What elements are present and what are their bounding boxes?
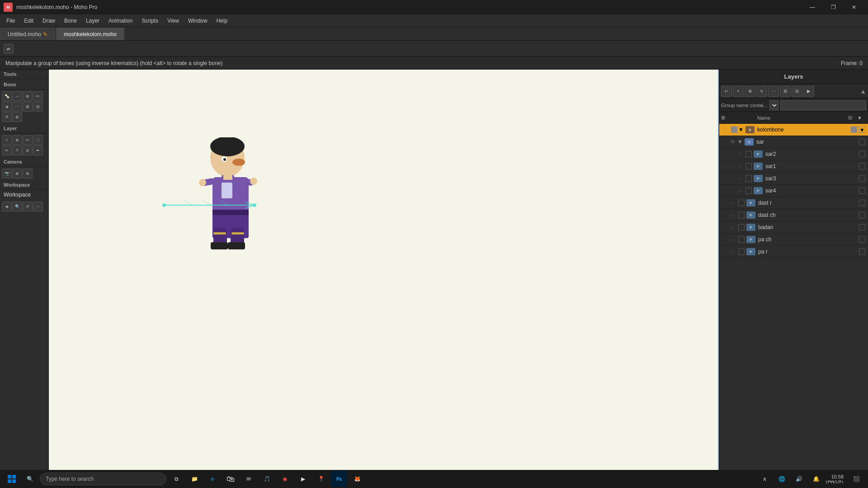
layer-row-dast-r[interactable]: ○ P dast r bbox=[719, 197, 868, 209]
layers-tool-5[interactable]: ⋯ bbox=[768, 86, 779, 97]
layer-check-sar4[interactable] bbox=[859, 188, 865, 194]
bone-tool-7[interactable]: ⊞ bbox=[23, 102, 33, 112]
bone-tool-6[interactable]: ⋯ bbox=[12, 102, 22, 112]
layers-tool-6[interactable]: ⊞ bbox=[780, 86, 791, 97]
menu-help[interactable]: Help bbox=[212, 16, 232, 26]
mail-btn[interactable]: ✉ bbox=[241, 471, 257, 487]
layers-tool-4[interactable]: ≡ bbox=[756, 86, 767, 97]
layer-tool-3[interactable]: ↩ bbox=[23, 135, 33, 145]
bone-tool-5[interactable]: ◈ bbox=[2, 102, 12, 112]
layer-tool-2[interactable]: ⊕ bbox=[12, 135, 22, 145]
canvas-area[interactable] bbox=[49, 70, 719, 488]
edge-btn[interactable]: e bbox=[204, 471, 221, 487]
layer-check-sar3[interactable] bbox=[859, 175, 865, 182]
taskbar-search-icon[interactable]: 🔍 bbox=[22, 471, 38, 487]
maximize-button[interactable]: ❐ bbox=[823, 0, 844, 14]
layers-tool-2[interactable]: + bbox=[733, 86, 744, 97]
ws-tool-1[interactable]: ◈ bbox=[2, 202, 12, 211]
ws-tool-3[interactable]: ↺ bbox=[23, 202, 33, 211]
layer-tool-4[interactable]: □ bbox=[33, 135, 43, 145]
volume-icon[interactable]: 🔊 bbox=[791, 471, 807, 487]
tray-chevron[interactable]: ∧ bbox=[756, 471, 773, 487]
layer-check-badan[interactable] bbox=[859, 224, 865, 230]
layer-eye-sar[interactable]: 👁 bbox=[728, 137, 737, 146]
layer-check-dast-ch[interactable] bbox=[859, 212, 865, 218]
layer-check-pa-ch[interactable] bbox=[859, 236, 865, 243]
layer-eye-pa-r[interactable]: ○ bbox=[728, 247, 737, 256]
layer-tool-6[interactable]: T bbox=[12, 145, 22, 155]
menu-scripts[interactable]: Scripts bbox=[137, 16, 163, 26]
layers-collapse-btn[interactable]: ▲ bbox=[860, 88, 866, 95]
layer-check-kolombone[interactable] bbox=[851, 127, 857, 133]
layers-search-input[interactable] bbox=[780, 100, 866, 110]
tab-moshkelekolom[interactable]: moshkelekolom.moho bbox=[56, 28, 124, 40]
bone-tool-10[interactable]: ⊗ bbox=[12, 112, 22, 122]
app7-btn[interactable]: 🎵 bbox=[259, 471, 275, 487]
layer-eye-dast-ch[interactable]: ○ bbox=[728, 211, 737, 220]
network-icon[interactable]: 🌐 bbox=[774, 471, 790, 487]
bone-tool-4[interactable]: ✂ bbox=[33, 91, 43, 101]
camera-tool-1[interactable]: 📷 bbox=[2, 169, 12, 178]
layer-eye-kolombone[interactable]: 👁 bbox=[721, 125, 730, 134]
layer-expand-kolombone[interactable]: ▼ bbox=[738, 127, 745, 133]
layer-row-kolombone[interactable]: 👁 ▼ B kolombone ▼ bbox=[719, 124, 868, 136]
layer-options-kolombone[interactable]: ▼ bbox=[859, 127, 865, 133]
ws-tool-2[interactable]: 🔍 bbox=[12, 202, 22, 211]
maps-btn[interactable]: 📍 bbox=[313, 471, 329, 487]
layers-tool-7[interactable]: ⊟ bbox=[792, 86, 802, 97]
layer-row-sar3[interactable]: ○ P sar3 bbox=[719, 173, 868, 185]
layer-tool-5[interactable]: ✏ bbox=[2, 145, 12, 155]
layer-row-sar4[interactable]: ○ P sar4 bbox=[719, 185, 868, 197]
camera-tool-3[interactable]: ⊗ bbox=[23, 169, 33, 178]
firefox-btn[interactable]: 🦊 bbox=[349, 471, 365, 487]
bone-tool-2[interactable]: ↔ bbox=[12, 91, 22, 101]
layer-eye-sar1[interactable]: ○ bbox=[736, 162, 745, 171]
layer-eye-sar3[interactable]: ○ bbox=[736, 174, 745, 183]
layer-check-sar1[interactable] bbox=[859, 163, 865, 169]
start-button[interactable] bbox=[4, 471, 20, 487]
action-center-btn[interactable]: ⬛ bbox=[848, 471, 864, 487]
taskbar-clock[interactable]: 10:58 ۱۳۹۹/۱/۳۱ bbox=[825, 474, 844, 484]
app8-btn[interactable]: ◉ bbox=[277, 471, 293, 487]
menu-file[interactable]: File bbox=[2, 16, 19, 26]
layer-row-pa-ch[interactable]: ○ P pa ch bbox=[719, 234, 868, 246]
layer-eye-badan[interactable]: ○ bbox=[728, 223, 737, 232]
menu-bone[interactable]: Bone bbox=[60, 16, 81, 26]
layer-row-pa-r[interactable]: ○ P pa r bbox=[719, 246, 868, 258]
photoshop-btn[interactable]: Ps bbox=[331, 471, 347, 487]
notification-icon[interactable]: 🔔 bbox=[808, 471, 824, 487]
close-button[interactable]: ✕ bbox=[844, 0, 864, 14]
layer-check-sar2[interactable] bbox=[859, 151, 865, 157]
layer-check-pa-r[interactable] bbox=[859, 249, 865, 255]
layer-eye-dast-r[interactable]: ○ bbox=[728, 198, 737, 207]
layer-row-sar[interactable]: 👁 ▼ G sar bbox=[719, 136, 868, 148]
layer-eye-pa-ch[interactable]: ○ bbox=[728, 235, 737, 244]
bone-tool-9[interactable]: ↺ bbox=[2, 112, 12, 122]
file-explorer-btn[interactable]: 📁 bbox=[186, 471, 203, 487]
layer-row-sar1[interactable]: ○ P sar1 bbox=[719, 160, 868, 173]
layer-eye-sar2[interactable]: ○ bbox=[736, 150, 745, 159]
menu-window[interactable]: Window bbox=[184, 16, 212, 26]
layer-tool-1[interactable]: + bbox=[2, 135, 12, 145]
menu-draw[interactable]: Draw bbox=[38, 16, 60, 26]
layer-tool-7[interactable]: ⊘ bbox=[23, 145, 33, 155]
toolbar-swap-btn[interactable]: ⇄ bbox=[4, 44, 14, 54]
bone-tool-1[interactable]: 🦴 bbox=[2, 91, 12, 101]
layer-check-dast-r[interactable] bbox=[859, 200, 865, 206]
menu-animation[interactable]: Animation bbox=[104, 16, 137, 26]
layer-tool-8[interactable]: ✒ bbox=[33, 145, 43, 155]
layer-eye-sar4[interactable]: ○ bbox=[736, 186, 745, 195]
taskbar-search[interactable]: Type here to search bbox=[40, 473, 166, 485]
layer-check-sar[interactable] bbox=[859, 139, 865, 145]
bone-tool-3[interactable]: ⊕ bbox=[23, 91, 33, 101]
camera-tool-2[interactable]: ⊕ bbox=[12, 169, 22, 178]
layers-filter-select[interactable] bbox=[769, 100, 778, 110]
menu-view[interactable]: View bbox=[163, 16, 184, 26]
layers-tool-3[interactable]: ⊕ bbox=[745, 86, 755, 97]
store-btn[interactable]: 🛍 bbox=[222, 471, 239, 487]
taskview-btn[interactable]: ⧉ bbox=[168, 471, 184, 487]
ws-tool-4[interactable]: ↔ bbox=[33, 202, 43, 211]
layers-col-toggle[interactable]: ▶ bbox=[803, 86, 814, 97]
minimize-button[interactable]: — bbox=[802, 0, 823, 14]
layer-row-badan[interactable]: ○ P badan bbox=[719, 221, 868, 234]
